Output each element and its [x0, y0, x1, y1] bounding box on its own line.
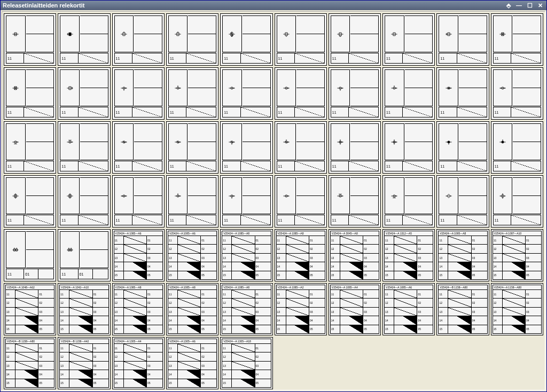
relay-card[interactable]: 11 [112, 67, 165, 120]
relay-card[interactable]: 11 [491, 67, 543, 120]
relay-card-detail[interactable]: V25424—A 1085—A611011202130314041505 [166, 229, 218, 281]
relay-card[interactable]: 11 [275, 175, 327, 228]
relay-card-detail[interactable]: V25424—B 1158—A4211011202130314041505 [58, 337, 110, 389]
relay-card[interactable]: 11 [58, 67, 110, 120]
relay-card[interactable]: 11 [436, 13, 489, 66]
relay-card[interactable]: 11 [436, 121, 489, 174]
relay-card-detail[interactable]: V25424—A 1085—A811011202130314041505 [220, 283, 272, 335]
relay-card-detail[interactable]: V25424—A 1085—A811011202130314041505 [220, 229, 272, 281]
card-row: 1303 [330, 308, 379, 316]
relay-card-detail[interactable]: V25424—A 1042—A1011011202130314041505 [58, 283, 110, 335]
card-info [80, 123, 108, 160]
card-part-number: V25424—A 1085—A8 [438, 231, 487, 236]
relay-card[interactable]: 11 [329, 175, 381, 228]
relay-card-detail[interactable]: V25424—B 1158—A8011011202130314041505 [4, 337, 56, 389]
relay-card-detail[interactable]: V25424—A 1085—A211011202130314041505 [275, 283, 327, 335]
relay-card[interactable]: 11 [166, 175, 218, 228]
card-row: 1505 [330, 271, 379, 280]
relay-card[interactable]: 11 [58, 13, 110, 66]
card-diag-cell [511, 53, 541, 64]
card-row: 1404 [222, 316, 271, 325]
relay-card[interactable]: 11 [112, 121, 165, 174]
pin-icon[interactable]: ⬘ [505, 2, 512, 9]
relay-card[interactable]: 11 [220, 121, 272, 174]
relay-card-detail[interactable]: V25424—A 1085—A611011202130314041505 [382, 283, 435, 335]
card-row: 1303 [438, 254, 487, 262]
relay-card[interactable]: 11 [58, 121, 110, 174]
relay-card[interactable]: 11 [491, 175, 543, 228]
relay-card[interactable]: 11 [166, 13, 218, 66]
relay-card[interactable]: 11 [220, 175, 272, 228]
relay-card[interactable]: 11 [329, 67, 381, 120]
card-row: 1101 [168, 290, 217, 299]
minimize-icon[interactable]: — [514, 2, 523, 9]
relay-card[interactable]: 11 [4, 121, 56, 174]
card-rows: 11011202130314041505 [222, 290, 271, 334]
relay-card-detail[interactable]: V25424—A 1085—A811011202130314041505 [166, 283, 218, 335]
relay-card[interactable]: 11 [382, 121, 435, 174]
card-row: 1101 [493, 236, 542, 245]
relay-card[interactable]: 11 [436, 67, 489, 120]
relay-symbol-icon [493, 15, 513, 52]
card-row: 1404 [330, 316, 379, 325]
card-row: 1202 [5, 352, 54, 361]
card-index: 11 [331, 215, 349, 225]
relay-card[interactable]: 11 [275, 67, 327, 120]
relay-card-detail[interactable]: V25424—A 1087—A1011011202130314041505 [491, 229, 543, 281]
relay-card[interactable]: 11 [4, 13, 56, 66]
relay-card-detail[interactable]: V25424—A 1048—A6211011202130314041505 [4, 283, 56, 335]
card-index: 11 [385, 53, 403, 64]
relay-card[interactable]: 11 [491, 13, 543, 66]
relay-card-detail[interactable]: V25424—A 1085—A411011202130314041505 [329, 283, 381, 335]
relay-card[interactable]: 11 [329, 13, 381, 66]
card-info [26, 69, 54, 106]
relay-card[interactable]: 11 [112, 175, 165, 228]
relay-card[interactable]: 11 [4, 175, 56, 228]
relay-card-detail[interactable]: V25424—B 1158—A8011011202130314041505 [436, 283, 489, 335]
close-icon[interactable]: ✕ [536, 2, 544, 9]
card-diag-cell [241, 53, 271, 64]
relay-card[interactable]: 11 [58, 175, 110, 228]
relay-card-detail[interactable]: V25424—A 1305—A1811011202130314041505 [220, 337, 272, 389]
card-row: 1101 [5, 290, 54, 299]
relay-card[interactable]: 11 [382, 67, 435, 120]
relay-card[interactable]: 11 [382, 175, 435, 228]
card-index: 11 [385, 215, 403, 225]
relay-card[interactable]: 11 [329, 121, 381, 174]
relay-card-detail[interactable]: V25424—A 1085—A811011202130314041505 [112, 283, 165, 335]
relay-card[interactable]: 11 [275, 13, 327, 66]
relay-card[interactable]: 1101 [4, 229, 56, 281]
relay-card[interactable]: 11 [382, 13, 435, 66]
card-part-number: V25424—A 1158—A80 [493, 285, 542, 290]
relay-card-detail[interactable]: V25424—A 1085—A811011202130314041505 [275, 229, 327, 281]
relay-card-detail[interactable]: V25424—A 1305—A411011202130314041505 [112, 337, 165, 389]
relay-card[interactable]: 1101 [58, 229, 110, 281]
relay-card-detail[interactable]: V25424—A 1305—A611011202130314041505 [166, 337, 218, 389]
relay-card[interactable]: 11 [112, 13, 165, 66]
maximize-icon[interactable]: ☐ [526, 2, 534, 9]
card-diag-cell [132, 107, 162, 117]
relay-card[interactable]: 11 [220, 67, 272, 120]
card-diag-cell [24, 107, 54, 117]
relay-card[interactable]: 11 [275, 121, 327, 174]
relay-card[interactable]: 11 [491, 121, 543, 174]
relay-card[interactable]: 11 [220, 13, 272, 66]
relay-card-detail[interactable]: V25424—A 1158—A8011011202130314041505 [491, 283, 543, 335]
relay-card-detail[interactable]: V25424—A 3045—A811011202130314041505 [329, 229, 381, 281]
card-rows: 11011202130314041505 [5, 290, 54, 334]
card-rows: 11011202130314041505 [222, 236, 271, 280]
relay-symbol-icon [331, 177, 350, 214]
relay-card[interactable]: 11 [166, 121, 218, 174]
card-row: 1303 [222, 362, 271, 370]
relay-symbol-icon [60, 69, 80, 106]
relay-card[interactable]: 11 [4, 67, 56, 120]
relay-card-detail[interactable]: V25424—A 1085—A811011202130314041505 [436, 229, 489, 281]
card-diag-cell [132, 215, 162, 225]
card-info [405, 69, 433, 106]
relay-card-detail[interactable]: V25424—A 1312—A511011202130314041505 [382, 229, 435, 281]
card-row: 1202 [493, 245, 542, 253]
relay-card[interactable]: 11 [436, 175, 489, 228]
relay-card[interactable]: 11 [166, 67, 218, 120]
relay-card-detail[interactable]: V25424—A 1085—A611011202130314041505 [112, 229, 165, 281]
card-diag-cell [403, 53, 433, 64]
